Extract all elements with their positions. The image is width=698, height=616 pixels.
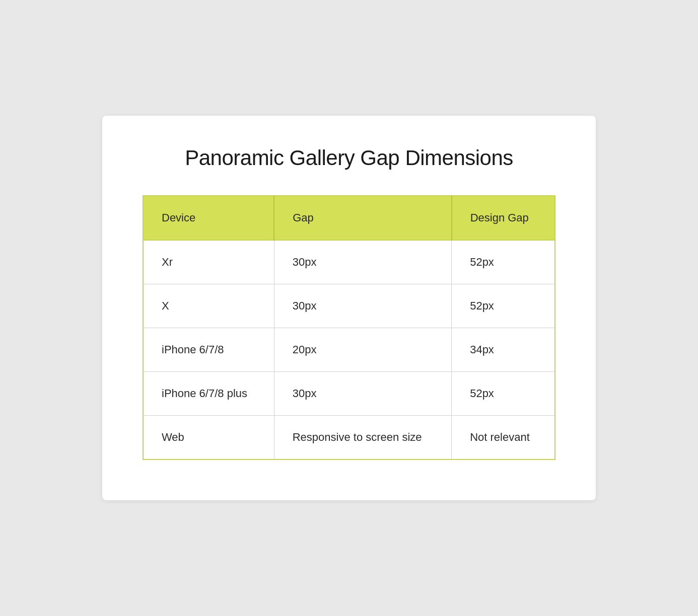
- table-row: WebResponsive to screen sizeNot relevant: [143, 416, 555, 460]
- header-device: Device: [143, 196, 274, 240]
- table-row: X30px52px: [143, 284, 555, 328]
- cell-device: X: [143, 284, 274, 328]
- table-row: iPhone 6/7/820px34px: [143, 328, 555, 372]
- header-design-gap: Design Gap: [452, 196, 555, 240]
- cell-gap: 30px: [274, 372, 451, 416]
- cell-device: Web: [143, 416, 274, 460]
- data-table: Device Gap Design Gap Xr30px52pxX30px52p…: [143, 195, 555, 460]
- header-row: Device Gap Design Gap: [143, 196, 555, 240]
- cell-design-gap: 34px: [452, 328, 555, 372]
- cell-design-gap: 52px: [452, 372, 555, 416]
- cell-device: iPhone 6/7/8 plus: [143, 372, 274, 416]
- cell-design-gap: 52px: [452, 284, 555, 328]
- cell-gap: 30px: [274, 284, 451, 328]
- page-title: Panoramic Gallery Gap Dimensions: [143, 146, 555, 170]
- cell-device: iPhone 6/7/8: [143, 328, 274, 372]
- cell-gap: Responsive to screen size: [274, 416, 451, 460]
- table-row: iPhone 6/7/8 plus30px52px: [143, 372, 555, 416]
- table-row: Xr30px52px: [143, 240, 555, 284]
- table-header: Device Gap Design Gap: [143, 196, 555, 240]
- cell-design-gap: Not relevant: [452, 416, 555, 460]
- cell-gap: 20px: [274, 328, 451, 372]
- page-container: Panoramic Gallery Gap Dimensions Device …: [102, 116, 596, 500]
- cell-device: Xr: [143, 240, 274, 284]
- cell-gap: 30px: [274, 240, 451, 284]
- header-gap: Gap: [274, 196, 451, 240]
- cell-design-gap: 52px: [452, 240, 555, 284]
- table-body: Xr30px52pxX30px52pxiPhone 6/7/820px34pxi…: [143, 240, 555, 459]
